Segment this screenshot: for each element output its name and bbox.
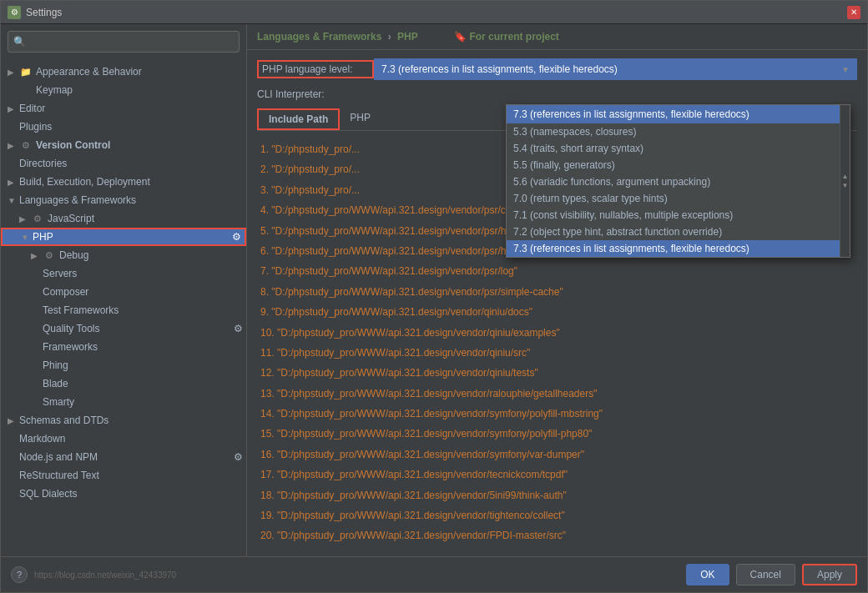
sidebar-item-quality-tools[interactable]: Quality Tools ⚙: [1, 319, 246, 338]
cli-interpreter-label: CLI Interpreter:: [257, 88, 374, 100]
breadcrumb-sep: ›: [388, 31, 391, 43]
dropdown-option-7.0[interactable]: 7.0 (return types, scalar type hints): [507, 190, 850, 207]
path-item: 8. "D:/phpstudy_pro/WWW/api.321.design/v…: [257, 282, 857, 302]
sidebar-label-markdown: Markdown: [19, 433, 65, 445]
sidebar-label-build: Build, Execution, Deployment: [19, 176, 150, 188]
dropdown-option-7.2[interactable]: 7.2 (object type hint, abstract function…: [507, 224, 850, 240]
sidebar-label-javascript: JavaScript: [48, 213, 94, 224]
dropdown-option-5.5[interactable]: 5.5 (finally, generators): [507, 157, 850, 173]
language-level-label: PHP language level:: [257, 60, 374, 78]
debug-icon: ⚙: [43, 249, 56, 262]
path-item: 14. "D:/phpstudy_pro/WWW/api.321.design/…: [257, 404, 857, 424]
right-panel: Languages & Frameworks › PHP 🔖 For curre…: [247, 24, 867, 556]
path-item: 20. "D:/phpstudy_pro/WWW/api.321.design/…: [257, 525, 857, 545]
sidebar-label-appearance: Appearance & Behavior: [36, 66, 142, 78]
sidebar-item-test-frameworks[interactable]: Test Frameworks: [1, 301, 246, 319]
search-box[interactable]: 🔍: [8, 31, 240, 53]
dropdown-option-5.3[interactable]: 5.3 (namespaces, closures): [507, 123, 850, 140]
sidebar-label-restructured: ReStructured Text: [19, 470, 99, 481]
path-item: 7. "D:/phpstudy_pro/WWW/api.321.design/v…: [257, 261, 857, 281]
tab-php[interactable]: PHP: [340, 108, 381, 130]
sidebar-item-phing[interactable]: Phing: [1, 356, 246, 374]
sidebar-item-smarty[interactable]: Smarty: [1, 393, 246, 411]
sidebar-label-schemas: Schemas and DTDs: [19, 415, 108, 426]
sidebar-item-build[interactable]: ▶ Build, Execution, Deployment: [1, 173, 246, 191]
dropdown-options-list: 5.3 (namespaces, closures)5.4 (traits, s…: [507, 123, 850, 257]
sidebar-item-debug[interactable]: ▶ ⚙ Debug: [1, 246, 246, 264]
quality-tools-icon: ⚙: [234, 323, 243, 334]
sidebar-item-frameworks[interactable]: Frameworks: [1, 338, 246, 356]
apply-button[interactable]: Apply: [802, 564, 857, 585]
ok-button[interactable]: OK: [686, 564, 729, 585]
scroll-up-icon[interactable]: ▲: [842, 173, 849, 180]
sidebar-item-editor[interactable]: ▶ Editor: [1, 99, 246, 118]
sidebar: 🔍 ▶ 📁 Appearance & Behavior Keymap ▶ Edi: [1, 24, 247, 556]
sidebar-item-appearance[interactable]: ▶ 📁 Appearance & Behavior: [1, 63, 246, 81]
php-icon: ⚙: [232, 231, 241, 243]
sidebar-label-smarty: Smarty: [43, 396, 74, 408]
tab-include-path[interactable]: Include Path: [257, 108, 340, 130]
sidebar-item-markdown[interactable]: Markdown: [1, 430, 246, 448]
project-note: 🔖 For current project: [454, 31, 559, 43]
cancel-button[interactable]: Cancel: [736, 564, 795, 585]
breadcrumb-php: PHP: [397, 31, 418, 43]
dropdown-option-5.6[interactable]: 5.6 (variadic functions, argument unpack…: [507, 173, 850, 190]
breadcrumb: Languages & Frameworks › PHP 🔖 For curre…: [257, 31, 857, 43]
cli-interpreter-row: CLI Interpreter:: [257, 88, 857, 100]
sidebar-item-schemas[interactable]: ▶ Schemas and DTDs: [1, 411, 246, 430]
sidebar-item-blade[interactable]: Blade: [1, 374, 246, 393]
arrow-icon: ▶: [19, 214, 31, 224]
sidebar-label-nodejs: Node.js and NPM: [19, 451, 98, 463]
js-icon: ⚙: [31, 212, 44, 225]
sidebar-item-php[interactable]: ▼ PHP ⚙: [1, 228, 246, 246]
dropdown-option-5.4[interactable]: 5.4 (traits, short array syntax): [507, 140, 850, 157]
sidebar-label-php: PHP: [33, 231, 53, 243]
sidebar-label-languages: Languages & Frameworks: [19, 194, 136, 206]
sidebar-item-nodejs[interactable]: Node.js and NPM ⚙: [1, 448, 246, 466]
url-display: https://blog.csdn.net/weixin_42433970: [34, 570, 176, 580]
window-title: Settings: [26, 7, 847, 18]
sidebar-label-phing: Phing: [43, 359, 68, 371]
sidebar-label-editor: Editor: [19, 103, 45, 114]
arrow-icon: ▶: [8, 178, 19, 187]
sidebar-label-keymap: Keymap: [36, 84, 73, 96]
language-level-row: PHP language level: 7.3 (references in l…: [257, 58, 857, 80]
sidebar-label-blade: Blade: [43, 378, 68, 389]
path-item: 17. "D:/phpstudy_pro/WWW/api.321.design/…: [257, 465, 857, 485]
sidebar-item-composer[interactable]: Composer: [1, 283, 246, 301]
bookmark-icon: 🔖: [454, 31, 467, 43]
dropdown-option-7.3[interactable]: 7.3 (references in list assignments, fle…: [507, 240, 850, 257]
path-item: 10. "D:/phpstudy_pro/WWW/api.321.design/…: [257, 323, 857, 343]
settings-icon: ⚙: [19, 138, 33, 152]
close-button[interactable]: ✕: [847, 6, 860, 19]
sidebar-item-servers[interactable]: Servers: [1, 264, 246, 283]
arrow-icon: ▶: [31, 251, 43, 260]
sidebar-label-sql: SQL Dialects: [19, 488, 78, 500]
sidebar-item-keymap[interactable]: Keymap: [1, 81, 246, 99]
sidebar-item-javascript[interactable]: ▶ ⚙ JavaScript: [1, 209, 246, 228]
path-item: 13. "D:/phpstudy_pro/WWW/api.321.design/…: [257, 384, 857, 404]
sidebar-item-sql[interactable]: SQL Dialects: [1, 485, 246, 503]
dropdown-current-value: 7.3 (references in list assignments, fle…: [381, 63, 841, 75]
arrow-icon: ▼: [21, 233, 33, 242]
path-item: 19. "D:/phpstudy_pro/WWW/api.321.design/…: [257, 505, 857, 525]
help-button[interactable]: ?: [11, 566, 28, 583]
path-item: 9. "D:/phpstudy_pro/WWW/api.321.design/v…: [257, 302, 857, 322]
sidebar-label-directories: Directories: [19, 158, 67, 169]
scrollbar[interactable]: ▲ ▼: [840, 105, 850, 257]
sidebar-item-languages[interactable]: ▼ Languages & Frameworks: [1, 191, 246, 209]
chevron-down-icon: ▼: [841, 65, 850, 74]
language-level-dropdown[interactable]: 7.3 (references in list assignments, fle…: [374, 58, 857, 80]
arrow-icon: ▶: [8, 104, 19, 113]
dropdown-overlay: 7.3 (references in list assignments, fle…: [506, 104, 850, 258]
scroll-down-icon[interactable]: ▼: [842, 182, 849, 189]
dropdown-option-7.1[interactable]: 7.1 (const visibility, nullables, multip…: [507, 207, 850, 224]
sidebar-item-plugins[interactable]: Plugins: [1, 118, 246, 136]
sidebar-item-restructured[interactable]: ReStructured Text: [1, 466, 246, 485]
title-bar: ⚙ Settings ✕: [1, 1, 867, 24]
sidebar-label-quality-tools: Quality Tools: [43, 323, 99, 334]
sidebar-item-version-control[interactable]: ▶ ⚙ Version Control: [1, 136, 246, 154]
sidebar-item-directories[interactable]: Directories: [1, 154, 246, 173]
path-item: 16. "D:/phpstudy_pro/WWW/api.321.design/…: [257, 445, 857, 465]
path-item: 18. "D:/phpstudy_pro/WWW/api.321.design/…: [257, 485, 857, 505]
